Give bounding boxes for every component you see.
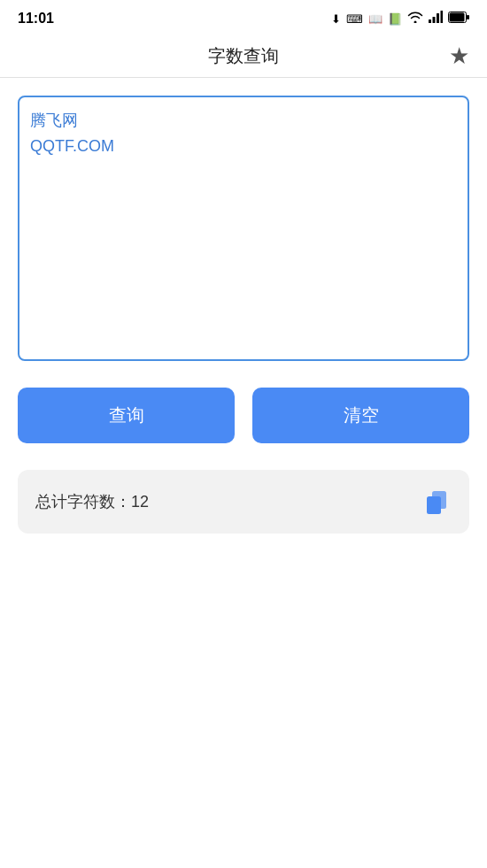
main-content: 腾飞网 QQTF.COM 查询 清空 总计字符数：12 — [0, 78, 487, 551]
svg-rect-8 — [427, 496, 441, 514]
clear-button[interactable]: 清空 — [252, 388, 469, 443]
status-icons: ⬇ ⌨ 📖 📗 — [331, 11, 469, 27]
svg-rect-5 — [467, 15, 469, 19]
top-bar: 字数查询 ★ — [0, 35, 487, 78]
book2-icon: 📗 — [388, 12, 402, 26]
keyboard-icon: ⌨ — [346, 12, 363, 26]
book-icon: 📖 — [368, 12, 383, 26]
signal-icon — [429, 11, 443, 27]
svg-rect-2 — [437, 13, 439, 23]
svg-rect-3 — [441, 11, 444, 23]
copy-button[interactable] — [423, 488, 452, 516]
svg-rect-6 — [450, 13, 465, 22]
status-bar: 11:01 ⬇ ⌨ 📖 📗 — [0, 0, 487, 35]
text-input-display[interactable]: 腾飞网 QQTF.COM — [30, 108, 457, 159]
svg-rect-0 — [429, 19, 431, 23]
svg-rect-1 — [433, 17, 436, 23]
wifi-icon — [407, 11, 423, 27]
status-time: 11:01 — [18, 11, 54, 27]
result-card: 总计字符数：12 — [18, 470, 469, 534]
text-area-wrapper[interactable]: 腾飞网 QQTF.COM — [18, 96, 469, 361]
result-count: 12 — [131, 493, 149, 511]
result-label-text: 总计字符数： — [35, 493, 131, 511]
page-title: 字数查询 — [208, 44, 279, 68]
download-icon: ⬇ — [331, 12, 341, 26]
buttons-row: 查询 清空 — [18, 388, 469, 443]
result-label: 总计字符数：12 — [35, 491, 149, 512]
query-button[interactable]: 查询 — [18, 388, 235, 443]
star-button[interactable]: ★ — [449, 42, 469, 70]
battery-icon — [448, 11, 469, 27]
